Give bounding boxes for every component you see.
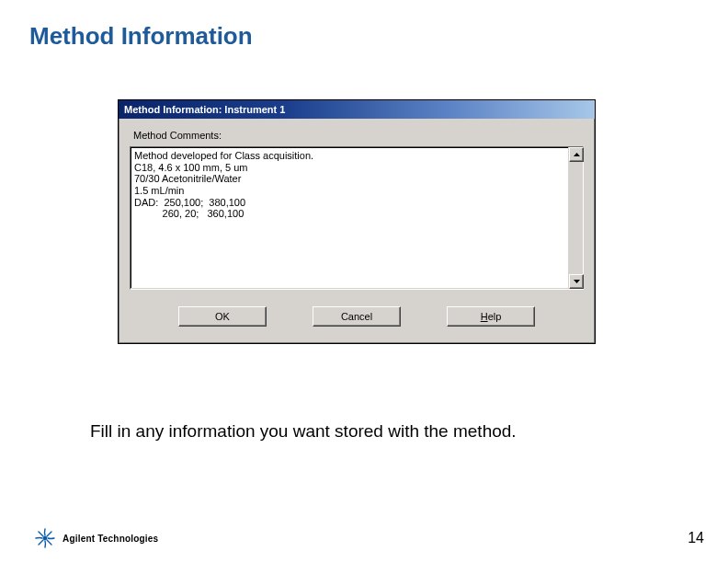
scroll-down-button[interactable] <box>569 274 584 289</box>
method-info-dialog: Method Information: Instrument 1 Method … <box>118 99 596 344</box>
dialog-body: Method Comments: Method developed for Cl… <box>119 119 595 343</box>
agilent-logo: Agilent Technologies <box>33 526 158 550</box>
cancel-button[interactable]: Cancel <box>313 306 401 327</box>
dialog-button-row: OK Cancel Help <box>130 303 584 332</box>
ok-button[interactable]: OK <box>178 306 267 327</box>
method-comments-label: Method Comments: <box>133 130 584 141</box>
scroll-up-button[interactable] <box>569 147 584 162</box>
slide-title: Method Information <box>29 22 253 51</box>
dialog-titlebar: Method Information: Instrument 1 <box>119 100 595 119</box>
svg-marker-0 <box>574 153 580 156</box>
svg-marker-1 <box>574 280 580 283</box>
dialog-title-text: Method Information: Instrument 1 <box>124 104 285 115</box>
chevron-up-icon <box>574 153 580 156</box>
page-number: 14 <box>688 530 704 546</box>
textarea-content[interactable]: Method developed for Class acquisition. … <box>131 147 568 289</box>
help-button[interactable]: Help <box>447 306 535 327</box>
method-comments-textarea[interactable]: Method developed for Class acquisition. … <box>130 146 584 290</box>
chevron-down-icon <box>574 280 580 283</box>
agilent-spark-icon <box>33 526 57 550</box>
logo-text: Agilent Technologies <box>63 534 158 544</box>
slide-caption: Fill in any information you want stored … <box>90 421 517 442</box>
vertical-scrollbar[interactable] <box>568 147 583 289</box>
